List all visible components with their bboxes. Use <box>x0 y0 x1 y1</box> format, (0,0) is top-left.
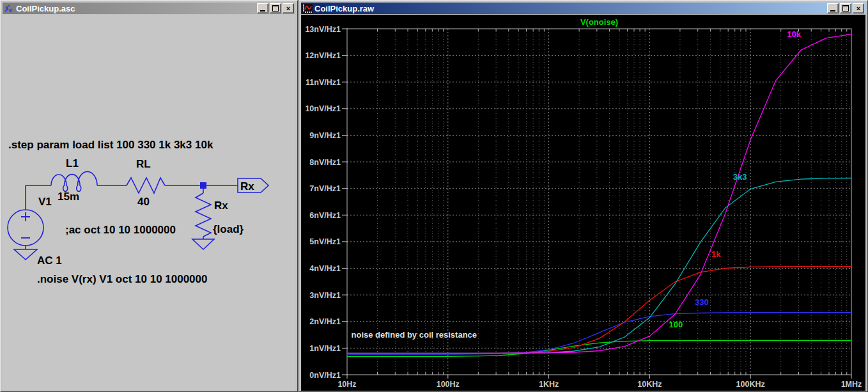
y-tick-label: 13nV/Hz1 <box>305 25 341 34</box>
maximize-icon <box>272 5 279 12</box>
step-directive[interactable]: .step param load list 100 330 1k 3k3 10k <box>8 139 213 151</box>
trace-3k3[interactable] <box>347 178 851 354</box>
ac-directive[interactable]: ;ac oct 10 10 1000000 <box>65 224 176 236</box>
trace-label-3k3[interactable]: 3k3 <box>733 172 747 182</box>
x-tick-label: 100Hz <box>437 380 460 389</box>
trace-label-330[interactable]: 330 <box>695 297 709 307</box>
ground-symbol[interactable] <box>14 249 37 260</box>
y-tick-label: 9nV/Hz1 <box>309 131 341 140</box>
close-icon: × <box>856 5 860 12</box>
y-tick-label: 6nV/Hz1 <box>309 211 341 220</box>
y-tick-label: 11nV/Hz1 <box>306 78 341 87</box>
minimize-icon <box>260 10 265 12</box>
trace-label-100[interactable]: 100 <box>669 320 683 329</box>
inductor-symbol[interactable] <box>51 171 97 191</box>
y-tick-label: 7nV/Hz1 <box>309 184 341 193</box>
minimize-button[interactable] <box>257 3 268 13</box>
trace-label-1k[interactable]: 1k <box>711 249 721 259</box>
y-tick-label: 3nV/Hz1 <box>309 291 341 300</box>
schematic-window-title: CoilPickup.asc <box>16 4 257 13</box>
load-resistor-symbol[interactable] <box>196 193 211 237</box>
waveform-window-title: CoilPickup.raw <box>314 4 827 13</box>
waveform-window: CoilPickup.raw × 0nV/Hz11nV/Hz12nV/Hz13n… <box>298 0 868 392</box>
maximize-button[interactable] <box>270 3 281 13</box>
schematic-icon <box>4 4 14 13</box>
ground-symbol[interactable] <box>192 239 214 249</box>
schematic-canvas[interactable]: .step param load list 100 330 1k 3k3 10k… <box>3 15 295 391</box>
x-tick-label: 10KHz <box>637 380 662 389</box>
minimize-button[interactable] <box>827 3 839 13</box>
plot-title[interactable]: V(onoise) <box>580 17 618 27</box>
x-tick-label: 1MHz <box>841 380 862 389</box>
plus-sign <box>21 212 30 221</box>
series-resistor-symbol[interactable] <box>127 178 165 193</box>
y-tick-label: 5nV/Hz1 <box>309 237 341 246</box>
source-name[interactable]: V1 <box>38 196 52 208</box>
close-button[interactable]: × <box>853 3 864 13</box>
y-tick-label: 2nV/Hz1 <box>309 317 341 326</box>
port-name[interactable]: Rx <box>240 180 254 192</box>
close-icon: × <box>286 5 290 12</box>
y-tick-label: 1nV/Hz1 <box>309 344 341 353</box>
minimize-icon <box>830 10 835 12</box>
series-resistor-value[interactable]: 40 <box>137 196 150 208</box>
maximize-button[interactable] <box>840 3 851 13</box>
waveform-pane[interactable]: 0nV/Hz11nV/Hz12nV/Hz13nV/Hz14nV/Hz15nV/H… <box>301 15 865 391</box>
waveform-titlebar[interactable]: CoilPickup.raw × <box>301 3 865 14</box>
wire-junction-dot <box>200 182 206 189</box>
plot-annotation: noise defined by coil resistance <box>352 330 477 340</box>
inductor-name[interactable]: L1 <box>66 157 79 169</box>
maximize-icon <box>842 5 849 12</box>
y-tick-label: 8nV/Hz1 <box>309 158 341 167</box>
inductor-value[interactable]: 15m <box>58 191 79 203</box>
schematic-titlebar[interactable]: CoilPickup.asc × <box>3 3 295 14</box>
y-tick-label: 0nV/Hz1 <box>309 371 341 380</box>
trace-label-10k[interactable]: 10k <box>787 29 801 39</box>
x-tick-label: 100KHz <box>736 380 765 389</box>
y-tick-label: 4nV/Hz1 <box>309 264 341 273</box>
noise-directive[interactable]: .noise V(rx) V1 oct 10 10 1000000 <box>37 273 208 285</box>
source-value[interactable]: AC 1 <box>37 255 62 267</box>
series-resistor-name[interactable]: RL <box>136 158 151 170</box>
y-tick-label: 10nV/Hz1 <box>305 104 341 113</box>
schematic-window: CoilPickup.asc × <box>0 0 298 392</box>
x-tick-label: 10Hz <box>337 380 356 389</box>
noise-plot: 0nV/Hz11nV/Hz12nV/Hz13nV/Hz14nV/Hz15nV/H… <box>301 15 865 391</box>
schematic-drawing: .step param load list 100 330 1k 3k3 10k… <box>3 15 295 391</box>
waveform-icon <box>302 4 313 13</box>
x-tick-label: 1KHz <box>539 380 559 389</box>
y-tick-label: 12nV/Hz1 <box>305 51 341 60</box>
load-resistor-name[interactable]: Rx <box>214 200 228 212</box>
close-button[interactable]: × <box>283 3 294 13</box>
load-resistor-value[interactable]: {load} <box>213 223 244 235</box>
